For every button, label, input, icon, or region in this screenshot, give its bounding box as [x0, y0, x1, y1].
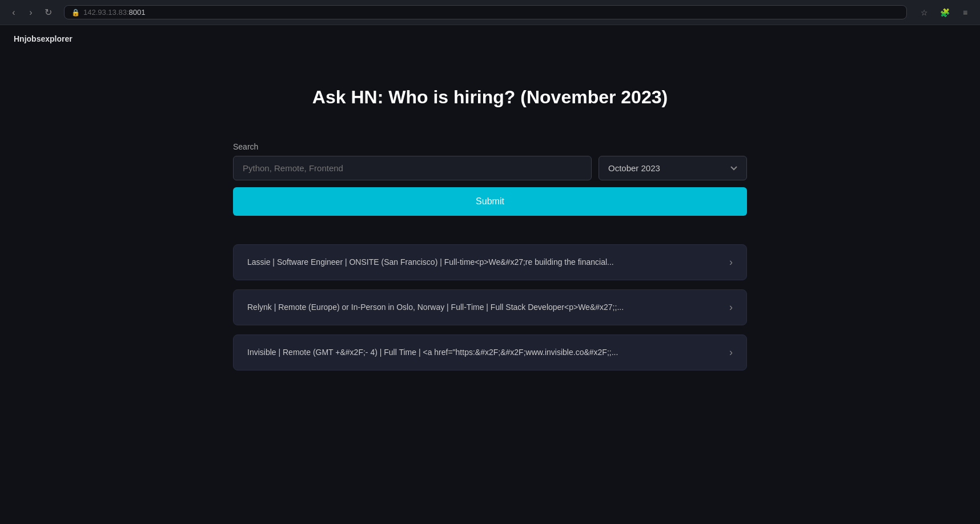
search-label: Search — [233, 142, 747, 151]
chevron-right-icon: › — [729, 301, 733, 313]
forward-button[interactable]: › — [24, 6, 38, 19]
job-text: Invisible | Remote (GMT +&#x2F;- 4) | Fu… — [247, 347, 618, 358]
app-header: Hnjobsexplorer — [0, 25, 980, 53]
chevron-right-icon: › — [729, 346, 733, 358]
page-title: Ask HN: Who is hiring? (November 2023) — [312, 87, 668, 108]
job-item[interactable]: Invisible | Remote (GMT +&#x2F;- 4) | Fu… — [233, 334, 747, 370]
search-section: Search October 2023 November 2023 Septem… — [233, 142, 747, 216]
search-controls: October 2023 November 2023 September 202… — [233, 156, 747, 180]
search-input[interactable] — [233, 156, 592, 180]
month-select[interactable]: October 2023 November 2023 September 202… — [599, 156, 747, 180]
menu-button[interactable]: ≡ — [957, 5, 973, 21]
job-item[interactable]: Lassie | Software Engineer | ONSITE (San… — [233, 244, 747, 280]
bookmark-button[interactable]: ☆ — [916, 5, 932, 21]
reload-button[interactable]: ↻ — [41, 6, 55, 19]
browser-chrome: ‹ › ↻ 🔒 142.93.13.83:8001 ☆ 🧩 ≡ — [0, 0, 980, 25]
job-text: Relynk | Remote (Europe) or In-Person in… — [247, 302, 624, 313]
chevron-right-icon: › — [729, 256, 733, 268]
submit-button[interactable]: Submit — [233, 187, 747, 216]
extensions-button[interactable]: 🧩 — [937, 5, 953, 21]
job-text: Lassie | Software Engineer | ONSITE (San… — [247, 257, 614, 268]
main-content: Ask HN: Who is hiring? (November 2023) S… — [0, 53, 980, 393]
back-button[interactable]: ‹ — [7, 6, 21, 19]
nav-buttons: ‹ › ↻ — [7, 6, 55, 19]
app-logo: Hnjobsexplorer — [14, 34, 966, 43]
address-bar-url: 142.93.13.83:8001 — [83, 8, 145, 17]
job-item[interactable]: Relynk | Remote (Europe) or In-Person in… — [233, 289, 747, 325]
security-icon: 🔒 — [71, 9, 80, 17]
results-section: Lassie | Software Engineer | ONSITE (San… — [233, 244, 747, 370]
address-bar[interactable]: 🔒 142.93.13.83:8001 — [64, 5, 907, 19]
